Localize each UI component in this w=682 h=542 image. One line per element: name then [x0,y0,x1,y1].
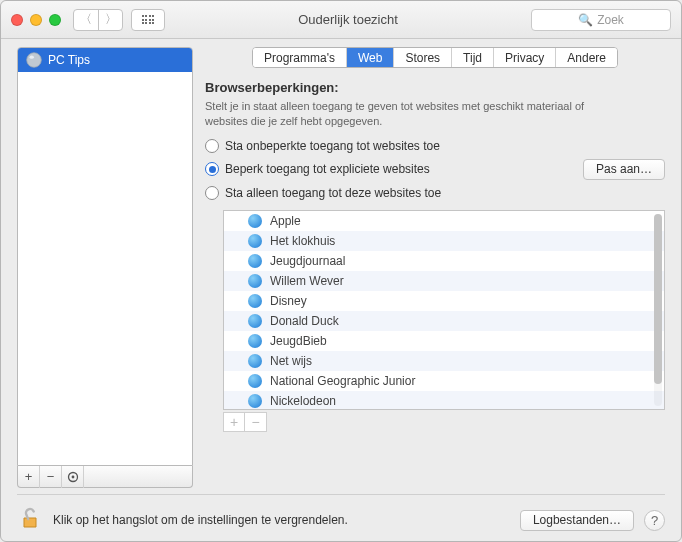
site-label: Donald Duck [270,314,339,328]
radio-limit-explicit[interactable]: Beperk toegang tot expliciete websites P… [205,159,665,180]
minimize-icon[interactable] [30,14,42,26]
site-label: Disney [270,294,307,308]
site-label: Net wijs [270,354,312,368]
site-label: Apple [270,214,301,228]
radio-label: Sta alleen toegang tot deze websites toe [225,186,441,200]
site-list-buttons: + − [223,412,665,432]
globe-icon [248,374,262,388]
window-title: Ouderlijk toezicht [165,12,531,27]
site-label: JeugdBieb [270,334,327,348]
window: 〈 〉 Ouderlijk toezicht 🔍 Zoek PC Tips + [0,0,682,542]
traffic-lights [11,14,61,26]
lock-button[interactable] [17,505,43,535]
svg-point-0 [27,53,42,68]
tab-stores[interactable]: Stores [394,48,452,67]
content: PC Tips + − Programma's Web Stores Tijd [1,39,681,541]
show-all-button[interactable] [131,9,165,31]
globe-icon [248,254,262,268]
nav-buttons: 〈 〉 [73,9,123,31]
site-label: Het klokhuis [270,234,335,248]
site-row[interactable]: National Geographic Junior [224,371,664,391]
globe-icon [248,234,262,248]
tab-andere[interactable]: Andere [556,48,617,67]
tabs: Programma's Web Stores Tijd Privacy Ande… [252,47,618,68]
zoom-icon[interactable] [49,14,61,26]
customize-button[interactable]: Pas aan… [583,159,665,180]
globe-icon [248,294,262,308]
remove-user-button[interactable]: − [40,466,62,488]
grid-icon [142,15,155,24]
logs-button[interactable]: Logbestanden… [520,510,634,531]
radio-icon [205,186,219,200]
section-title: Browserbeperkingen: [205,80,665,95]
site-row[interactable]: JeugdBieb [224,331,664,351]
gear-icon [67,471,79,483]
sidebar: PC Tips + − [17,47,193,488]
site-row[interactable]: Disney [224,291,664,311]
forward-button[interactable]: 〉 [98,10,122,30]
site-label: Nickelodeon [270,394,336,408]
site-row[interactable]: Willem Wever [224,271,664,291]
site-row[interactable]: Donald Duck [224,311,664,331]
user-list[interactable]: PC Tips [17,47,193,466]
main: PC Tips + − Programma's Web Stores Tijd [17,47,665,488]
scrollbar-thumb[interactable] [654,214,662,384]
radio-icon [205,139,219,153]
globe-icon [248,334,262,348]
globe-icon [248,354,262,368]
right-pane: Programma's Web Stores Tijd Privacy Ande… [205,47,665,488]
svg-point-3 [71,475,74,478]
globe-icon [248,274,262,288]
radio-allow-only[interactable]: Sta alleen toegang tot deze websites toe [205,186,665,200]
globe-icon [248,214,262,228]
tab-privacy[interactable]: Privacy [494,48,556,67]
site-box: Apple Het klokhuis Jeugdjournaal Willem … [223,210,665,432]
radio-label: Sta onbeperkte toegang tot websites toe [225,139,440,153]
svg-point-1 [30,56,34,59]
tab-web[interactable]: Web [347,48,394,67]
user-label: PC Tips [48,53,90,67]
footer: Klik op het hangslot om de instellingen … [17,494,665,535]
globe-icon [248,314,262,328]
remove-site-button[interactable]: − [245,412,267,432]
footer-text: Klik op het hangslot om de instellingen … [53,513,348,527]
help-button[interactable]: ? [644,510,665,531]
close-icon[interactable] [11,14,23,26]
site-row[interactable]: Apple [224,211,664,231]
tab-programmas[interactable]: Programma's [253,48,347,67]
user-item[interactable]: PC Tips [18,48,192,72]
search-input[interactable]: 🔍 Zoek [531,9,671,31]
search-placeholder: Zoek [597,13,624,27]
section-description: Stelt je in staat alleen toegang te geve… [205,99,605,129]
site-label: National Geographic Junior [270,374,415,388]
site-row[interactable]: Nickelodeon [224,391,664,410]
radio-label: Beperk toegang tot expliciete websites [225,162,430,176]
search-icon: 🔍 [578,13,593,27]
site-list[interactable]: Apple Het klokhuis Jeugdjournaal Willem … [223,210,665,410]
add-site-button[interactable]: + [223,412,245,432]
radio-group: Sta onbeperkte toegang tot websites toe … [205,139,665,200]
unlock-icon [17,505,43,531]
radio-unrestricted[interactable]: Sta onbeperkte toegang tot websites toe [205,139,665,153]
site-row[interactable]: Jeugdjournaal [224,251,664,271]
site-label: Jeugdjournaal [270,254,345,268]
site-row[interactable]: Het klokhuis [224,231,664,251]
sidebar-gear-button[interactable] [62,466,84,488]
site-row[interactable]: Net wijs [224,351,664,371]
titlebar: 〈 〉 Ouderlijk toezicht 🔍 Zoek [1,1,681,39]
add-user-button[interactable]: + [18,466,40,488]
back-button[interactable]: 〈 [74,10,98,30]
radio-icon [205,162,219,176]
globe-icon [248,394,262,408]
site-label: Willem Wever [270,274,344,288]
sidebar-buttons: + − [17,466,193,488]
user-icon [26,52,42,68]
tab-tijd[interactable]: Tijd [452,48,494,67]
